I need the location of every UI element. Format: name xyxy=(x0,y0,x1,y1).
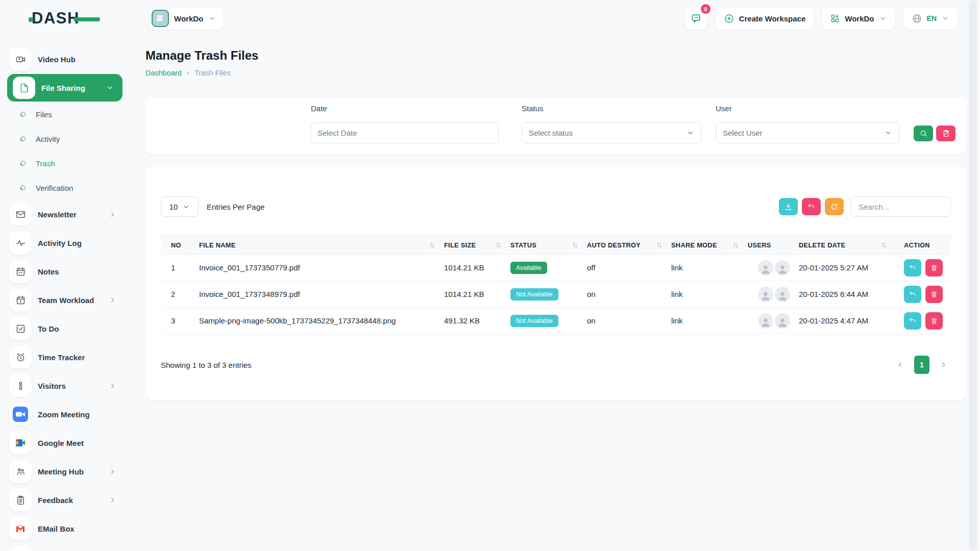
delete-file-button[interactable] xyxy=(925,312,943,330)
chevron-right-icon xyxy=(939,361,947,369)
sidebar-item-email-box[interactable]: EMail Box xyxy=(0,514,133,543)
sidebar-item-activity-log[interactable]: Activity Log xyxy=(0,229,133,257)
sidebar-item-time-tracker[interactable]: Time Tracker xyxy=(0,343,133,371)
messages-button[interactable]: 0 xyxy=(684,7,708,30)
page-number-button[interactable]: 1 xyxy=(914,356,929,374)
trash-icon xyxy=(930,290,938,298)
sidebar-item-label: Time Tracker xyxy=(38,353,85,362)
status-filter-select[interactable]: Select status xyxy=(522,122,701,143)
column-header-status[interactable]: STATUS xyxy=(510,241,587,249)
restore-file-button[interactable] xyxy=(904,286,921,303)
workspace-menu-button[interactable]: WorkDo xyxy=(821,7,895,30)
table-row: 3 Sample-png-image-500kb_1737345229_1737… xyxy=(161,308,951,334)
sort-arrows-icon xyxy=(428,241,436,249)
sidebar-item-partial[interactable] xyxy=(0,543,133,551)
sidebar-item-notes[interactable]: Notes xyxy=(0,257,133,286)
page-scrollbar[interactable] xyxy=(969,0,977,551)
sidebar-item-video-hub[interactable]: Video Hub xyxy=(0,45,133,73)
file-size: 1014.21 KB xyxy=(444,290,510,298)
column-header-auto-destroy[interactable]: AUTO DESTROY xyxy=(587,241,671,249)
chat-bubble-icon xyxy=(691,13,702,24)
sidebar-item-to-do[interactable]: To Do xyxy=(0,314,133,343)
status-badge: Not Available xyxy=(510,315,558,327)
row-number: 1 xyxy=(161,263,199,272)
sort-arrows-icon xyxy=(880,241,888,249)
filter-reset-button[interactable] xyxy=(936,126,955,141)
filter-card: Date Status Select status User Select Us… xyxy=(145,97,966,154)
avatar xyxy=(775,313,790,329)
sidebar-item-label: Google Meet xyxy=(38,439,84,447)
table-toolbar-actions xyxy=(775,196,951,217)
sidebar-item-zoom-meeting[interactable]: Zoom Meeting xyxy=(0,400,133,429)
building-stack-icon xyxy=(152,10,169,27)
sidebar-item-meeting-hub[interactable]: Meeting Hub xyxy=(0,457,133,486)
auto-destroy-value: on xyxy=(587,316,671,325)
undo-icon xyxy=(909,290,917,298)
sort-arrows-icon xyxy=(732,241,740,249)
sidebar-item-label: Notes xyxy=(38,267,59,276)
entries-per-page-select[interactable]: 10 xyxy=(161,196,199,217)
sidebar-item-files[interactable]: Files xyxy=(0,102,133,127)
date-filter-input[interactable] xyxy=(310,122,499,143)
sidebar-item-feedback[interactable]: Feedback xyxy=(0,486,133,514)
sidebar-item-activity[interactable]: Activity xyxy=(0,127,133,151)
previous-page-button[interactable] xyxy=(893,356,908,374)
gmail-logo-icon xyxy=(9,517,32,540)
filter-search-button[interactable] xyxy=(914,126,933,141)
table-header-row: NO FILE NAME FILE SIZE STATUS AUTO DESTR… xyxy=(161,236,951,255)
status-filter-label: Status xyxy=(522,104,544,113)
restore-file-button[interactable] xyxy=(904,259,921,277)
sidebar-item-label: Video Hub xyxy=(38,55,76,64)
column-header-users: USERS xyxy=(748,241,799,249)
restore-all-button[interactable] xyxy=(802,198,821,215)
sidebar-item-label: Activity xyxy=(36,135,60,143)
chevron-down-icon xyxy=(182,203,190,211)
logo-dash-bar xyxy=(74,17,100,21)
sidebar-item-visitors[interactable]: Visitors xyxy=(0,371,133,400)
progress-circle-icon xyxy=(20,111,26,117)
sidebar-item-team-workload[interactable]: Team Workload xyxy=(0,286,133,314)
search-icon xyxy=(919,129,928,138)
dash-logo[interactable]: DASH xyxy=(32,7,80,30)
grid-plus-icon xyxy=(830,13,840,23)
chevron-right-icon xyxy=(109,468,116,475)
file-name: Invoice_001_1737350779.pdf xyxy=(199,263,444,272)
table-search-input[interactable] xyxy=(851,196,951,217)
delete-file-button[interactable] xyxy=(925,259,943,277)
sidebar-item-label: Zoom Meeting xyxy=(38,410,90,419)
column-header-delete-date[interactable]: DELETE DATE xyxy=(799,241,896,249)
auto-destroy-value: on xyxy=(587,290,671,298)
sidebar-item-google-meet[interactable]: Google Meet xyxy=(0,429,133,457)
create-workspace-button[interactable]: Create Workspace xyxy=(715,7,815,30)
refresh-button[interactable] xyxy=(825,198,844,215)
chevron-right-icon xyxy=(109,211,116,218)
row-number: 2 xyxy=(161,290,199,298)
export-download-button[interactable] xyxy=(779,198,798,215)
column-header-share-mode[interactable]: SHARE MODE xyxy=(671,241,748,249)
refresh-icon xyxy=(830,203,839,211)
sidebar-item-label: Meeting Hub xyxy=(38,467,84,476)
language-selector[interactable]: EN xyxy=(903,7,958,30)
delete-file-button[interactable] xyxy=(925,286,943,303)
zoom-logo-icon xyxy=(9,403,32,425)
column-header-file-size[interactable]: FILE SIZE xyxy=(444,241,510,249)
shared-users-avatars xyxy=(748,313,790,329)
next-page-button[interactable] xyxy=(936,356,951,374)
delete-date: 20-01-2025 5:27 AM xyxy=(799,263,896,272)
sidebar-item-label: Verification xyxy=(36,184,73,192)
user-filter-select[interactable]: Select User xyxy=(716,122,899,143)
header-actions: 0 Create Workspace WorkDo EN xyxy=(684,7,958,30)
column-header-file-name[interactable]: FILE NAME xyxy=(199,241,444,249)
language-label: EN xyxy=(927,14,937,22)
sidebar-item-file-sharing[interactable]: File Sharing xyxy=(7,74,122,102)
trash-icon xyxy=(930,264,938,272)
sort-arrows-icon xyxy=(655,241,663,249)
sidebar-item-trash[interactable]: Trash xyxy=(0,151,133,176)
workspace-switcher[interactable]: WorkDo xyxy=(148,7,224,30)
restore-file-button[interactable] xyxy=(904,312,921,330)
date-filter-label: Date xyxy=(311,104,327,113)
sidebar-item-newsletter[interactable]: Newsletter xyxy=(0,200,133,229)
sidebar-item-verification[interactable]: Verification xyxy=(0,176,133,200)
create-workspace-label: Create Workspace xyxy=(739,14,806,23)
breadcrumb-dashboard-link[interactable]: Dashboard xyxy=(145,69,182,77)
